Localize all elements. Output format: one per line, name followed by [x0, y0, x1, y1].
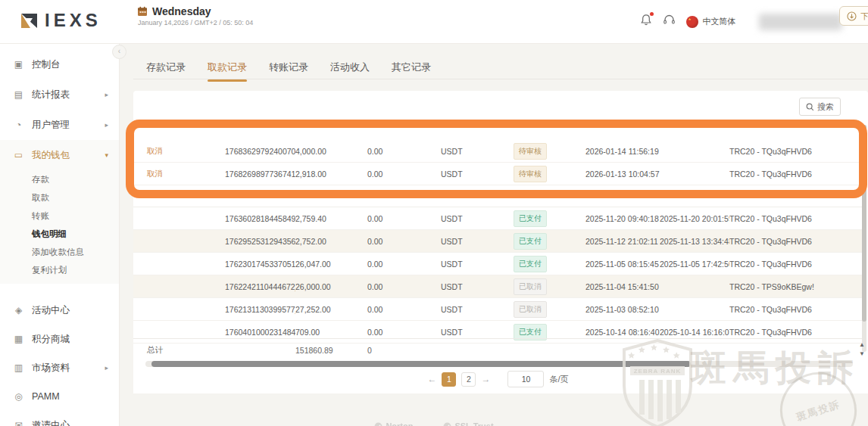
- page-button-1[interactable]: 1: [442, 372, 456, 387]
- vertical-scrollbar-track[interactable]: [862, 125, 866, 352]
- fee-cell: 0.00: [367, 328, 441, 337]
- sidebar-subitem-withdraw[interactable]: 取款: [0, 188, 119, 207]
- sidebar-item-icon: ▦: [13, 334, 24, 344]
- sidebar-item-console[interactable]: ▣ 控制台: [0, 49, 119, 79]
- search-icon: [806, 103, 814, 111]
- currency-cell: USDT: [441, 147, 514, 156]
- address-cell: TRC20 - TQu3qFHVD6: [729, 305, 863, 314]
- pay-time-cell: 2025-11-20 20:01:59: [660, 214, 729, 223]
- notifications-bell-icon[interactable]: [640, 14, 652, 30]
- sidebar-subitem-label: 钱包明细: [32, 229, 67, 240]
- sidebar-subitem-transfer[interactable]: 转账: [0, 207, 119, 225]
- currency-cell: USDT: [441, 282, 514, 291]
- currency-cell: USDT: [441, 237, 514, 246]
- records-card: 搜索 取消 1768362979240070_4 4,000.00 0.00 U…: [133, 91, 868, 393]
- weekday-label: Wednesday: [152, 5, 211, 17]
- sidebar-subitem-label: 添加收款信息: [32, 247, 84, 258]
- pay-time-cell: 2025-11-05 17:42:50: [660, 260, 729, 269]
- sidebar-subitem-label: 取款: [32, 192, 49, 204]
- sidebar-subitem-label: 转账: [32, 210, 49, 222]
- tab-other-records[interactable]: 其它记录: [392, 61, 431, 82]
- currency-cell: USDT: [441, 260, 514, 269]
- address-cell: TRC20 - TQu3qFHVD6: [729, 328, 863, 337]
- sidebar: ‹ ▣ 控制台 ▤ 统计报表 ▸: [0, 43, 120, 426]
- sidebar-item-invite-center[interactable]: ✉ 邀请中心: [0, 411, 119, 426]
- apply-time-cell: 2025-11-05 08:15:45: [585, 260, 660, 269]
- horizontal-scrollbar-track[interactable]: [145, 361, 853, 367]
- total-row: 总计 151860.89 0: [133, 338, 863, 362]
- brand-logo-text: IEXS: [45, 10, 101, 31]
- app-root: IEXS Wednesday January 14,2026 / GMT+2 /…: [0, 0, 868, 426]
- tab-deposit-records[interactable]: 存款记录: [146, 61, 186, 82]
- cancel-action-link[interactable]: 取消: [147, 146, 163, 155]
- tab-activity-income[interactable]: 活动收入: [330, 61, 370, 82]
- sidebar-item-label: PAMM: [32, 391, 60, 402]
- sidebar-subitem-compound-plan[interactable]: 复利计划: [0, 261, 119, 279]
- horizontal-scrollbar-thumb[interactable]: [151, 361, 691, 367]
- order-number-cell: 1762301745337051_4: [225, 260, 295, 269]
- next-page-arrow[interactable]: →: [481, 374, 490, 384]
- support-headset-icon[interactable]: [663, 14, 676, 30]
- chevron-right-icon: ▸: [105, 121, 108, 129]
- calendar-icon: [137, 6, 148, 17]
- currency-cell: USDT: [441, 305, 514, 314]
- language-selector[interactable]: 中文简体: [686, 16, 736, 28]
- sidebar-subitem-wallet-details[interactable]: 钱包明细: [0, 225, 119, 243]
- cancel-action-link[interactable]: 取消: [147, 169, 163, 178]
- prev-page-arrow[interactable]: ←: [427, 374, 436, 384]
- apply-time-cell: 2026-01-13 10:04:57: [585, 169, 660, 179]
- amount-cell: 2,759.40: [295, 214, 367, 223]
- page-button-2[interactable]: 2: [461, 372, 476, 387]
- sidebar-item-activity-center[interactable]: ◈ 活动中心: [0, 296, 119, 325]
- order-number-cell: 1760401000231484_4: [225, 328, 295, 337]
- table-row: 取消 1768362979240070_4 4,000.00 0.00 USDT…: [133, 140, 863, 163]
- sidebar-item-icon: ▣: [13, 59, 24, 70]
- sidebar-item-icon: ▥: [13, 362, 24, 373]
- sidebar-item-market-data[interactable]: ▥ 市场资料 ▸: [0, 353, 119, 382]
- sidebar-collapse-button[interactable]: ‹: [112, 45, 126, 59]
- apply-time-cell: 2026-01-14 11:56:19: [585, 147, 660, 156]
- amount-cell: 27,252.00: [295, 305, 367, 314]
- fee-cell: 0.00: [367, 169, 441, 179]
- sidebar-item-label: 邀请中心: [32, 419, 70, 426]
- sidebar-item-icon: ◎: [13, 391, 24, 402]
- sidebar-item-icon: ✉: [13, 420, 24, 426]
- amount-cell: 26,000.00: [295, 282, 367, 291]
- sidebar-item-my-wallet[interactable]: ▭ 我的钱包 ▾: [0, 140, 119, 170]
- vertical-scrollbar-thumb[interactable]: [862, 125, 866, 322]
- apply-time-cell: 2025-11-20 09:40:18: [585, 214, 660, 223]
- status-badge: 已支付: [514, 256, 547, 272]
- user-name-redacted[interactable]: [759, 14, 842, 30]
- pay-time-cell: 2025-11-13 13:34:48: [660, 237, 729, 246]
- tab-transfer-records[interactable]: 转账记录: [269, 61, 308, 82]
- apply-time-cell: 2025-11-04 15:41:50: [585, 282, 660, 291]
- tab-label: 转账记录: [269, 61, 308, 73]
- status-badge: 已支付: [514, 233, 547, 250]
- pending-rows-group: 取消 1768362979240070_4 4,000.00 0.00 USDT…: [133, 140, 863, 185]
- sidebar-item-label: 统计报表: [32, 89, 70, 101]
- search-button[interactable]: 搜索: [799, 98, 841, 116]
- pagination: ← 1 2 → 条/页: [133, 369, 863, 389]
- tab-withdrawal-records[interactable]: 取款记录: [208, 61, 247, 82]
- fee-cell: 0.00: [367, 260, 441, 269]
- brand-logo[interactable]: IEXS: [20, 10, 101, 31]
- sidebar-item-pamm[interactable]: ◎ PAMM: [0, 382, 119, 411]
- amount-cell: 709.00: [295, 328, 367, 337]
- tab-label: 其它记录: [392, 61, 431, 73]
- address-cell: TRC20 - TQu3qFHVD6: [729, 260, 863, 269]
- page-size-input[interactable]: [507, 371, 544, 387]
- datetime-block: Wednesday January 14,2026 / GMT+2 / 05: …: [137, 5, 253, 26]
- scroll-up-icon[interactable]: ▲: [859, 342, 865, 348]
- download-button[interactable]: 下载: [839, 6, 868, 26]
- fee-cell: 0.00: [367, 214, 441, 223]
- scroll-down-icon[interactable]: ▼: [859, 351, 865, 357]
- language-label: 中文简体: [703, 16, 736, 27]
- sidebar-item-user-management[interactable]: ◔ 用户管理 ▸: [0, 110, 119, 140]
- sidebar-subitem-deposit[interactable]: 存款: [0, 170, 119, 188]
- scroll-arrows[interactable]: ▲▼: [859, 342, 865, 357]
- china-flag-icon: [686, 16, 698, 28]
- fee-cell: 0.00: [367, 305, 441, 314]
- sidebar-item-reports[interactable]: ▤ 统计报表 ▸: [0, 79, 119, 110]
- sidebar-item-points-mall[interactable]: ▦ 积分商城: [0, 325, 119, 353]
- sidebar-subitem-add-payee-info[interactable]: 添加收款信息: [0, 243, 119, 261]
